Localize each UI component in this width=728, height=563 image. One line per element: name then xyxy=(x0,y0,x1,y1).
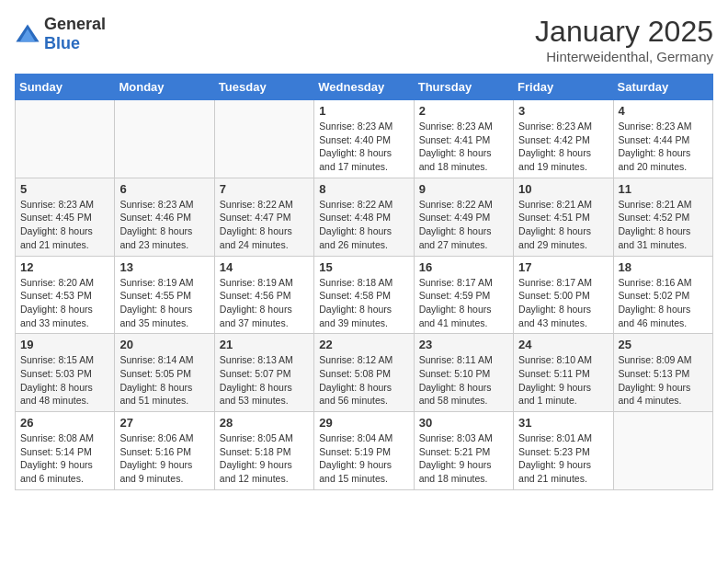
day-detail: Sunrise: 8:15 AM Sunset: 5:03 PM Dayligh… xyxy=(20,353,109,408)
day-detail: Sunrise: 8:20 AM Sunset: 4:53 PM Dayligh… xyxy=(20,276,109,330)
day-number: 30 xyxy=(419,416,508,430)
day-number: 27 xyxy=(119,416,209,430)
day-detail: Sunrise: 8:23 AM Sunset: 4:46 PM Dayligh… xyxy=(119,198,209,252)
calendar-cell: 3Sunrise: 8:23 AM Sunset: 4:42 PM Daylig… xyxy=(514,100,613,178)
calendar-cell: 16Sunrise: 8:17 AM Sunset: 4:59 PM Dayli… xyxy=(414,256,513,334)
day-number: 28 xyxy=(220,416,309,430)
calendar-week-3: 12Sunrise: 8:20 AM Sunset: 4:53 PM Dayli… xyxy=(16,256,713,334)
calendar-week-4: 19Sunrise: 8:15 AM Sunset: 5:03 PM Dayli… xyxy=(16,334,713,412)
calendar-cell: 2Sunrise: 8:23 AM Sunset: 4:41 PM Daylig… xyxy=(414,100,513,178)
calendar-cell: 24Sunrise: 8:10 AM Sunset: 5:11 PM Dayli… xyxy=(514,334,613,412)
logo-text: General Blue xyxy=(44,15,106,53)
day-detail: Sunrise: 8:21 AM Sunset: 4:52 PM Dayligh… xyxy=(619,198,708,252)
day-number: 13 xyxy=(119,260,209,274)
day-detail: Sunrise: 8:12 AM Sunset: 5:08 PM Dayligh… xyxy=(319,353,408,408)
day-number: 7 xyxy=(220,182,309,196)
day-detail: Sunrise: 8:17 AM Sunset: 4:59 PM Dayligh… xyxy=(419,276,508,330)
calendar-cell: 10Sunrise: 8:21 AM Sunset: 4:51 PM Dayli… xyxy=(514,178,613,256)
calendar-cell: 4Sunrise: 8:23 AM Sunset: 4:44 PM Daylig… xyxy=(613,100,712,178)
calendar-week-1: 1Sunrise: 8:23 AM Sunset: 4:40 PM Daylig… xyxy=(16,100,713,178)
day-detail: Sunrise: 8:17 AM Sunset: 5:00 PM Dayligh… xyxy=(518,276,608,330)
calendar-cell: 25Sunrise: 8:09 AM Sunset: 5:13 PM Dayli… xyxy=(613,334,712,412)
day-header-saturday: Saturday xyxy=(613,75,712,100)
calendar-week-2: 5Sunrise: 8:23 AM Sunset: 4:45 PM Daylig… xyxy=(16,178,713,256)
day-header-friday: Friday xyxy=(514,75,613,100)
calendar-cell: 23Sunrise: 8:11 AM Sunset: 5:10 PM Dayli… xyxy=(414,334,513,412)
calendar-cell: 1Sunrise: 8:23 AM Sunset: 4:40 PM Daylig… xyxy=(314,100,414,178)
day-detail: Sunrise: 8:03 AM Sunset: 5:21 PM Dayligh… xyxy=(419,431,508,486)
day-header-sunday: Sunday xyxy=(16,75,115,100)
location-subtitle: Hinterweidenthal, Germany xyxy=(535,49,713,64)
day-number: 19 xyxy=(20,338,109,351)
calendar-cell xyxy=(16,100,115,178)
day-header-monday: Monday xyxy=(115,75,214,100)
day-detail: Sunrise: 8:22 AM Sunset: 4:48 PM Dayligh… xyxy=(319,198,408,252)
day-detail: Sunrise: 8:23 AM Sunset: 4:45 PM Dayligh… xyxy=(20,198,109,252)
day-detail: Sunrise: 8:14 AM Sunset: 5:05 PM Dayligh… xyxy=(119,353,209,408)
page-header: General Blue January 2025 Hinterweidenth… xyxy=(15,15,713,64)
calendar-cell: 14Sunrise: 8:19 AM Sunset: 4:56 PM Dayli… xyxy=(214,256,313,334)
calendar-cell: 21Sunrise: 8:13 AM Sunset: 5:07 PM Dayli… xyxy=(214,334,313,412)
calendar-cell: 30Sunrise: 8:03 AM Sunset: 5:21 PM Dayli… xyxy=(414,412,513,490)
day-detail: Sunrise: 8:08 AM Sunset: 5:14 PM Dayligh… xyxy=(20,431,109,486)
calendar-header-row: SundayMondayTuesdayWednesdayThursdayFrid… xyxy=(16,75,713,100)
logo-general: General xyxy=(44,15,106,33)
calendar-cell: 27Sunrise: 8:06 AM Sunset: 5:16 PM Dayli… xyxy=(115,412,214,490)
day-number: 2 xyxy=(419,104,508,118)
day-detail: Sunrise: 8:11 AM Sunset: 5:10 PM Dayligh… xyxy=(419,353,508,408)
day-number: 14 xyxy=(220,260,309,274)
day-header-tuesday: Tuesday xyxy=(214,75,313,100)
calendar-cell: 8Sunrise: 8:22 AM Sunset: 4:48 PM Daylig… xyxy=(314,178,414,256)
calendar-cell: 26Sunrise: 8:08 AM Sunset: 5:14 PM Dayli… xyxy=(16,412,115,490)
day-detail: Sunrise: 8:09 AM Sunset: 5:13 PM Dayligh… xyxy=(619,353,708,408)
day-header-thursday: Thursday xyxy=(414,75,513,100)
calendar-cell: 17Sunrise: 8:17 AM Sunset: 5:00 PM Dayli… xyxy=(514,256,613,334)
day-detail: Sunrise: 8:23 AM Sunset: 4:40 PM Dayligh… xyxy=(319,120,408,174)
day-number: 31 xyxy=(518,416,608,430)
day-number: 23 xyxy=(419,338,508,351)
day-number: 26 xyxy=(20,416,109,430)
calendar-cell xyxy=(613,412,712,490)
logo-blue: Blue xyxy=(44,34,80,52)
calendar-cell: 20Sunrise: 8:14 AM Sunset: 5:05 PM Dayli… xyxy=(115,334,214,412)
calendar-cell: 22Sunrise: 8:12 AM Sunset: 5:08 PM Dayli… xyxy=(314,334,414,412)
day-number: 24 xyxy=(518,338,608,351)
day-number: 16 xyxy=(419,260,508,274)
calendar-table: SundayMondayTuesdayWednesdayThursdayFrid… xyxy=(15,74,713,490)
calendar-cell: 9Sunrise: 8:22 AM Sunset: 4:49 PM Daylig… xyxy=(414,178,513,256)
day-detail: Sunrise: 8:04 AM Sunset: 5:19 PM Dayligh… xyxy=(319,431,408,486)
day-number: 25 xyxy=(619,338,708,351)
day-number: 20 xyxy=(119,338,209,351)
day-number: 22 xyxy=(319,338,408,351)
calendar-week-5: 26Sunrise: 8:08 AM Sunset: 5:14 PM Dayli… xyxy=(16,412,713,490)
day-number: 21 xyxy=(220,338,309,351)
logo: General Blue xyxy=(15,15,106,53)
day-number: 15 xyxy=(319,260,408,274)
day-detail: Sunrise: 8:18 AM Sunset: 4:58 PM Dayligh… xyxy=(319,276,408,330)
day-number: 1 xyxy=(319,104,408,118)
day-number: 5 xyxy=(20,182,109,196)
day-detail: Sunrise: 8:13 AM Sunset: 5:07 PM Dayligh… xyxy=(220,353,309,408)
day-number: 11 xyxy=(619,182,708,196)
day-detail: Sunrise: 8:23 AM Sunset: 4:44 PM Dayligh… xyxy=(619,120,708,174)
day-number: 3 xyxy=(518,104,608,118)
calendar-cell: 28Sunrise: 8:05 AM Sunset: 5:18 PM Dayli… xyxy=(214,412,313,490)
calendar-cell xyxy=(214,100,313,178)
title-block: January 2025 Hinterweidenthal, Germany xyxy=(535,15,713,64)
calendar-cell: 6Sunrise: 8:23 AM Sunset: 4:46 PM Daylig… xyxy=(115,178,214,256)
day-number: 8 xyxy=(319,182,408,196)
day-number: 4 xyxy=(619,104,708,118)
calendar-cell: 31Sunrise: 8:01 AM Sunset: 5:23 PM Dayli… xyxy=(514,412,613,490)
calendar-cell: 12Sunrise: 8:20 AM Sunset: 4:53 PM Dayli… xyxy=(16,256,115,334)
day-number: 12 xyxy=(20,260,109,274)
calendar-cell: 7Sunrise: 8:22 AM Sunset: 4:47 PM Daylig… xyxy=(214,178,313,256)
calendar-cell: 18Sunrise: 8:16 AM Sunset: 5:02 PM Dayli… xyxy=(613,256,712,334)
calendar-cell: 5Sunrise: 8:23 AM Sunset: 4:45 PM Daylig… xyxy=(16,178,115,256)
day-detail: Sunrise: 8:05 AM Sunset: 5:18 PM Dayligh… xyxy=(220,431,309,486)
day-detail: Sunrise: 8:01 AM Sunset: 5:23 PM Dayligh… xyxy=(518,431,608,486)
calendar-cell xyxy=(115,100,214,178)
day-number: 10 xyxy=(518,182,608,196)
logo-icon xyxy=(15,21,40,47)
day-header-wednesday: Wednesday xyxy=(314,75,414,100)
calendar-cell: 19Sunrise: 8:15 AM Sunset: 5:03 PM Dayli… xyxy=(16,334,115,412)
